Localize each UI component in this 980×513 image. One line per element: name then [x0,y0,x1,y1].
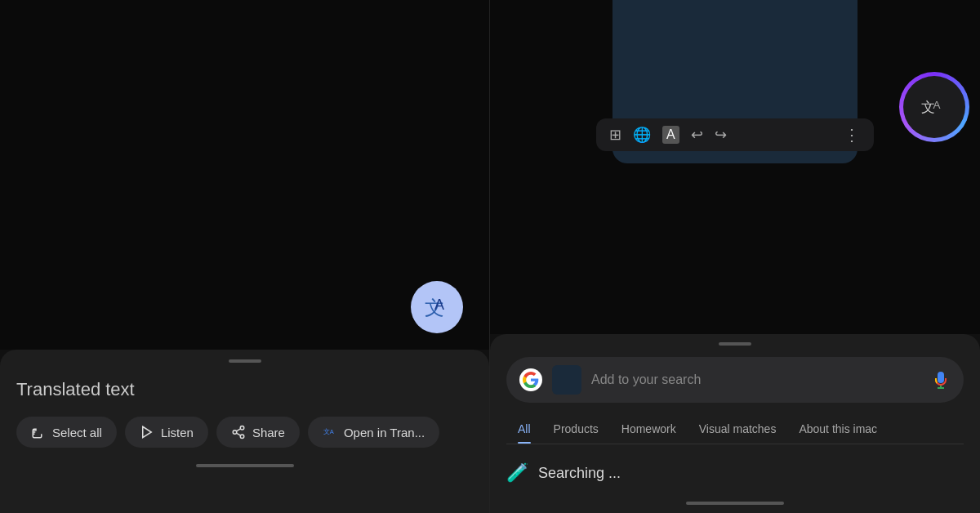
svg-text:A: A [933,99,941,111]
sheet-handle-left[interactable] [229,359,261,363]
translated-text-label: Translated text [16,379,473,400]
add-toolbar-icon[interactable]: ⊞ [609,126,621,144]
tab-visual-matches[interactable]: Visual matches [688,416,788,444]
tab-products[interactable]: Products [542,416,610,444]
left-bottom-sheet: Translated text Select all Listen [0,350,489,513]
google-logo [519,368,542,391]
tab-about-this-image[interactable]: About this imac [787,416,889,444]
search-tabs: All Products Homework Visual matches Abo… [506,416,964,444]
sheet-handle-right[interactable] [719,342,751,346]
google-search-bar[interactable]: Add to your search [506,357,964,403]
search-input-text[interactable]: Add to your search [591,372,921,387]
left-camera-area: 文 A [0,0,489,350]
svg-point-4 [233,430,237,435]
searching-cursor: ... [608,465,621,482]
action-buttons-row: Select all Listen Share 文A [16,417,473,448]
translate-fab-right-ring[interactable]: 文 A [899,72,969,142]
svg-point-3 [240,426,244,430]
right-camera-area: ⊞ 🌐 A ↩ ↪ ⋮ 文 A [490,0,980,334]
tab-homework[interactable]: Homework [610,416,688,444]
text-toolbar-icon[interactable]: A [662,126,679,144]
more-options-icon[interactable]: ⋮ [844,125,861,145]
tab-all[interactable]: All [506,416,542,444]
home-indicator-left [196,464,294,467]
search-image-thumbnail [552,365,581,395]
right-bottom-sheet: Add to your search All Products Homework [490,334,980,513]
svg-text:文A: 文A [323,428,334,435]
home-indicator-right [686,502,784,505]
svg-marker-2 [143,426,152,438]
translate-fab-right-inner: 文 A [903,76,965,138]
svg-line-7 [236,429,240,431]
select-all-button[interactable]: Select all [16,417,117,448]
translate-fab-left[interactable]: 文 A [411,281,463,333]
left-panel: 文 A Translated text Select all Listen [0,0,490,513]
flask-icon: 🧪 [506,462,528,484]
searching-row: 🧪 Searching ... [506,457,964,488]
globe-toolbar-icon[interactable]: 🌐 [633,126,651,144]
svg-point-5 [240,435,244,439]
share-button[interactable]: Share [216,417,300,448]
microphone-icon[interactable] [931,370,951,390]
open-in-translate-button[interactable]: 文A Open in Tran... [308,417,439,448]
right-panel: ⊞ 🌐 A ↩ ↪ ⋮ 文 A [490,0,980,513]
undo-toolbar-icon[interactable]: ↩ [691,126,703,144]
listen-button[interactable]: Listen [125,417,208,448]
searching-text: Searching ... [538,465,621,482]
svg-line-6 [236,433,240,435]
redo-toolbar-icon[interactable]: ↪ [715,126,727,144]
svg-text:A: A [434,297,444,313]
phone-toolbar: ⊞ 🌐 A ↩ ↪ ⋮ [596,118,874,151]
